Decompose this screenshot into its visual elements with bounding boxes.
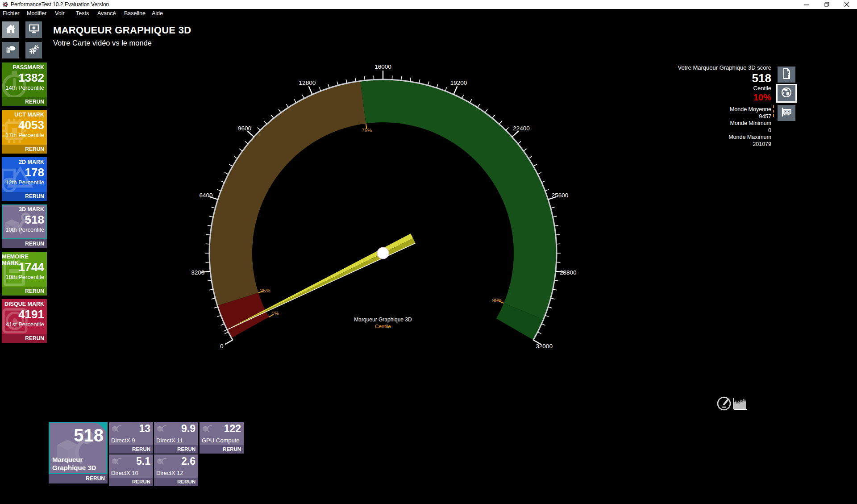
home-icon [5,23,17,37]
gauge-major-tick [225,340,233,345]
world-maximum-value: 201079 [678,141,771,148]
tile-value: 4191 [18,308,44,321]
gauge-center-label: Marqueur Graphique 3D [354,317,412,323]
rerun-button[interactable]: RERUN [2,192,47,201]
gauge-major-tick [453,86,457,94]
gauge-minor-tick [212,298,216,299]
gauge-minor-tick [346,79,347,83]
bottom-tile-directx-10[interactable]: 5.1 DirectX 10 RERUN [109,454,153,478]
tile-value: 1744 [18,260,44,274]
sidebar-tile-uct-mark[interactable]: UCT MARK 4053 17th Percentile RERUN [2,110,47,145]
rerun-button[interactable]: RERUN [109,478,153,486]
rerun-button[interactable]: RERUN [109,445,153,454]
menu-item-voir[interactable]: Voir [55,10,65,17]
rerun-button[interactable]: RERUN [2,334,47,343]
sidebar-tile-2d-mark[interactable]: 2D MARK 178 12th Percentile RERUN [2,157,47,192]
gears-icon [28,44,40,57]
gauge-band-percentile-75-99 [360,79,557,320]
bottom-tile-directx-11[interactable]: 9.9 DirectX 11 RERUN [154,422,198,445]
gauge-major-tick [556,271,565,272]
menu-item-avance[interactable]: Avancé [97,10,116,17]
tile-label: UCT MARK [14,112,44,118]
gauge-needle [224,238,416,331]
gauge-minor-tick [328,84,329,88]
gauge-minor-tick [208,280,212,281]
bottom-tile-directx-12[interactable]: 2.6 DirectX 12 RERUN [154,454,198,478]
score-value: 518 [678,71,771,85]
home-button[interactable] [2,21,19,38]
gauge-minor-tick [553,216,557,217]
menu-item-baseline[interactable]: Baseline [124,10,146,17]
gauge-minor-tick [225,172,228,174]
gauge-minor-tick [478,104,480,108]
restore-icon[interactable] [817,0,837,9]
rerun-button[interactable]: RERUN [154,445,198,454]
menu-item-tests[interactable]: Tests [76,10,89,17]
centile-label: Centile [678,85,771,92]
close-icon[interactable] [837,0,857,9]
sidebar-tile-3d-mark[interactable]: 3D MARK 518 10th Percentile RERUN [2,204,47,239]
shapes-3d-icon [110,455,122,468]
gauge-minor-tick [538,172,541,174]
world-compare-button[interactable] [778,85,795,101]
rerun-button[interactable]: RERUN [2,145,47,154]
gauge-scale-label: 22400 [513,125,530,132]
rerun-button[interactable]: RERUN [154,478,198,486]
tile-percentile: 18th Percentile [5,274,44,280]
shapes-3d-icon [110,423,122,435]
gauge-minor-tick [208,225,212,226]
gauge-percentile-label: 99% [492,298,502,303]
rerun-button[interactable]: RERUN [2,287,47,296]
settings-button[interactable] [25,42,42,58]
bottom-tile-gpu-compute[interactable]: 122 GPU Compute RERUN [200,422,244,445]
menu-item-fichier[interactable]: Fichier [3,10,20,17]
gauge-minor-tick [554,225,558,226]
sidebar-tile-memoire-mark[interactable]: MEMOIRE MARK 1744 18th Percentile RERUN [2,252,47,287]
tile-label: DirectX 10 [111,470,138,476]
gauge-minor-tick [410,78,411,82]
tile-value: 13 [139,423,150,435]
gauge-view-button[interactable] [716,396,732,413]
bottom-tile-marqueur-graphique-3d[interactable]: 518 Marqueur Graphique 3D RERUN [49,422,108,474]
rerun-button[interactable]: RERUN [2,97,47,106]
gauge-minor-tick [212,207,216,208]
tile-label: 2D MARK [19,159,44,165]
gauge-minor-tick [518,142,521,144]
minimize-icon[interactable] [797,0,817,9]
menu-item-modifier[interactable]: Modifier [27,10,46,17]
chart-view-button[interactable] [733,397,747,412]
gauge-percentile-label: 25% [260,288,270,293]
tile-percentile: 17th Percentile [5,132,44,138]
gauge-minor-tick [545,189,549,191]
world-maximum-label: Monde Maximum [678,134,771,141]
app-logo-gear-icon [2,1,8,8]
rerun-button[interactable]: RERUN [200,445,244,454]
page-subtitle: Votre Carte vidéo vs le monde [53,39,152,47]
performancetest-window: PerformanceTest 10.2 Evaluation Version … [0,0,857,504]
tile-label: 3D MARK [19,206,44,212]
gauge-percentile-tick [258,291,263,293]
baseline-upload-button[interactable] [2,42,19,58]
tile-value: 9.9 [181,423,196,435]
gauge-minor-tick [337,82,338,86]
tile-value: 4053 [18,118,44,132]
gauge-minor-tick [258,128,260,130]
rerun-button[interactable]: RERUN [2,239,47,248]
menu-item-aide[interactable]: Aide [152,10,163,17]
gauge-minor-tick [506,128,508,130]
system-info-button[interactable]: i [25,21,42,38]
gpu-details-button[interactable] [778,105,795,121]
gauge-percentile-label: 1% [271,311,279,316]
rerun-button[interactable]: RERUN [49,474,108,483]
gauge-percentile-tick [366,124,367,129]
report-button[interactable] [778,67,795,83]
world-average-connector [773,105,774,117]
gauge-minor-tick [428,82,429,86]
sidebar-tile-passmark[interactable]: PASSMARK 1382 14th Percentile RERUN [2,62,47,97]
gauge-minor-tick [264,121,267,124]
bottom-tile-directx-9[interactable]: 13 DirectX 9 RERUN [109,422,153,445]
gauge-center-sublabel: Centile [375,324,391,329]
tile-label: DirectX 11 [156,437,183,444]
sidebar-tile-disque-mark[interactable]: DISQUE MARK 4191 41st Percentile RERUN [2,299,47,334]
gauge-minor-tick [245,142,248,144]
